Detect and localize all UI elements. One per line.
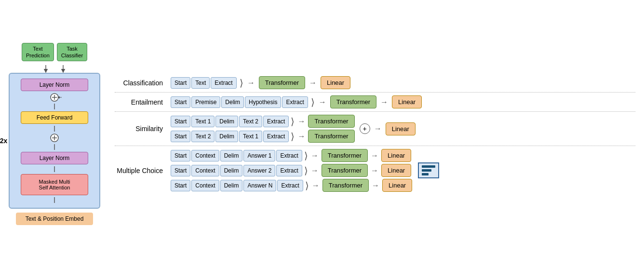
transformer-6: Transformer [322, 164, 368, 177]
inner-transformer-block: 12x Layer Norm [9, 73, 100, 209]
similarity-tokens-2: Start Text 2 Delim Text 1 Extract [171, 131, 289, 142]
nx-label: 12x [0, 137, 7, 145]
arrow-to-block [35, 65, 74, 73]
diagram: Text Prediction Task Classifier 12x Laye… [9, 6, 635, 262]
similarity-task: Similarity Start Text 1 Delim Text 2 Ext… [115, 112, 635, 146]
transformer-7: Transformer [322, 179, 369, 192]
linear-1: Linear [321, 76, 350, 89]
linear-5: Linear [381, 164, 411, 177]
add-symbol-bottom [47, 134, 62, 142]
linear-3: Linear [386, 122, 416, 135]
token-extract: Extract [211, 77, 236, 89]
arrow-3: → [319, 98, 326, 107]
bracket-close-2: ⟩ [311, 96, 315, 108]
arrow-2: → [309, 79, 317, 87]
token-start: Start [171, 77, 190, 89]
layer-norm-top: Layer Norm [21, 79, 88, 91]
transformer-1: Transformer [259, 76, 305, 89]
classification-task: Classification Start Text Extract ⟩ → Tr… [115, 73, 635, 93]
similarity-label: Similarity [115, 125, 168, 133]
bracket-close-1: ⟩ [240, 77, 243, 89]
classification-label: Classification [115, 79, 168, 87]
transformer-architecture: Text Prediction Task Classifier 12x Laye… [9, 43, 100, 225]
feed-forward-box: Feed Forward [21, 111, 88, 124]
output-boxes: Text Prediction Task Classifier [22, 43, 87, 61]
linear-4: Linear [381, 149, 411, 162]
transformer-4: Transformer [308, 130, 354, 143]
linear-6: Linear [382, 179, 412, 192]
transformer-3: Transformer [308, 115, 354, 128]
transformer-5: Transformer [322, 149, 368, 162]
bar-3 [422, 173, 429, 175]
similarity-rows: Start Text 1 Delim Text 2 Extract ⟩ → Tr… [171, 115, 355, 143]
entailment-label: Entailment [115, 98, 168, 106]
transformer-2: Transformer [330, 95, 376, 108]
similarity-combine: + → Linear [360, 122, 416, 135]
layer-norm-bottom: Layer Norm [21, 152, 88, 164]
arrow-4: → [380, 98, 388, 107]
similarity-tokens-1: Start Text 1 Delim Text 2 Extract [171, 116, 289, 127]
entailment-tokens: Start Premise Delim Hypothesis Extract [171, 96, 308, 108]
task-classifier-box: Task Classifier [57, 43, 87, 61]
entailment-task: Entailment Start Premise Delim Hypothesi… [115, 93, 635, 112]
bar-2 [422, 169, 431, 172]
classification-tokens: Start Text Extract [171, 77, 237, 89]
add-symbol-similarity: + [360, 123, 370, 134]
multiple-choice-task: Multiple Choice Start Context Delim Answ… [115, 146, 635, 195]
softmax-bars [418, 162, 439, 178]
text-prediction-box: Text Prediction [22, 43, 54, 61]
multiple-choice-rows: Start Context Delim Answer 1 Extract ⟩ →… [171, 149, 412, 192]
add-symbol-top [47, 93, 62, 102]
attention-box: Masked Multi Self Attention [21, 174, 88, 195]
embed-box: Text & Position Embed [16, 213, 93, 225]
token-text: Text [191, 77, 210, 89]
arrow-1: → [247, 79, 255, 87]
linear-2: Linear [392, 95, 422, 108]
bar-1 [422, 165, 435, 168]
multiple-choice-label: Multiple Choice [115, 167, 168, 174]
tasks-section: Classification Start Text Extract ⟩ → Tr… [115, 73, 635, 195]
